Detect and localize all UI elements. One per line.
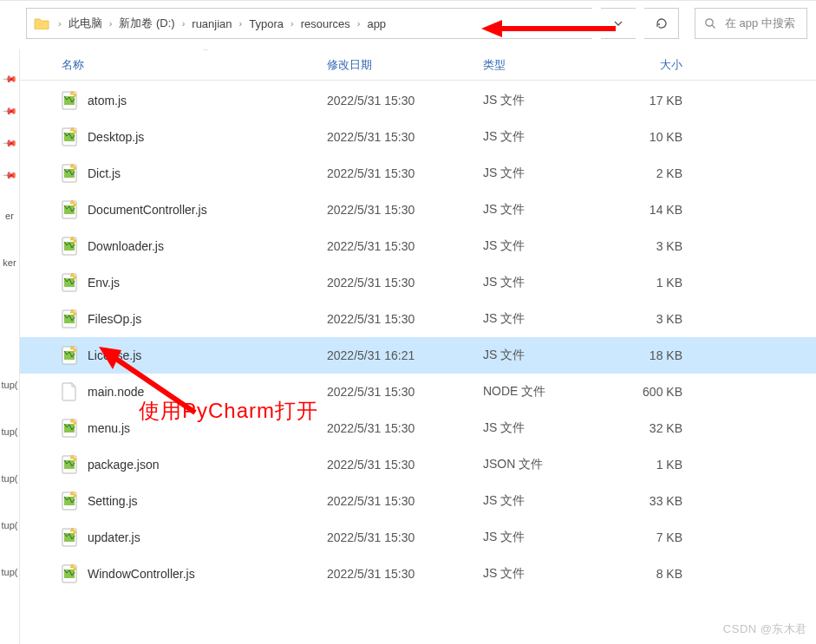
file-date: 2022/5/31 15:30 — [327, 203, 483, 217]
chevron-right-icon: › — [238, 18, 245, 29]
chevron-right-icon: › — [180, 18, 187, 29]
file-type: JS 文件 — [483, 566, 604, 582]
file-date: 2022/5/31 16:21 — [327, 348, 483, 362]
side-label-0[interactable]: er — [5, 211, 14, 221]
column-name[interactable]: 名称 — [62, 57, 327, 73]
file-row[interactable]: atom.js 2022/5/31 15:30 JS 文件 17 KB — [20, 82, 816, 119]
file-type: NODE 文件 — [483, 384, 604, 400]
crumb-2[interactable]: ruanjian — [190, 17, 233, 30]
file-size: 18 KB — [604, 348, 700, 362]
crumb-5[interactable]: app — [365, 17, 388, 30]
crumb-1[interactable]: 新加卷 (D:) — [117, 16, 176, 31]
file-size: 1 KB — [604, 276, 700, 289]
side-label-2[interactable]: tup( — [2, 380, 18, 390]
breadcrumb[interactable]: › 此电脑 › 新加卷 (D:) › ruanjian › Typora › r… — [26, 8, 592, 39]
file-size: 3 KB — [604, 239, 700, 253]
file-date: 2022/5/31 15:30 — [327, 530, 483, 544]
js-file-icon — [62, 127, 77, 146]
file-date: 2022/5/31 15:30 — [327, 421, 483, 435]
file-date: 2022/5/31 15:30 — [327, 458, 483, 472]
file-row[interactable]: DocumentController.js 2022/5/31 15:30 JS… — [20, 192, 816, 228]
file-date: 2022/5/31 15:30 — [327, 385, 483, 399]
file-name: WindowController.js — [88, 567, 195, 581]
side-label-6[interactable]: tup( — [2, 567, 18, 577]
file-name: Setting.js — [88, 494, 138, 508]
file-size: 14 KB — [604, 203, 700, 217]
search-input[interactable]: 在 app 中搜索 — [695, 8, 807, 39]
nav-sidebar: 📌 📌 📌 📌 er ker tup( tup( tup( tup( tup( — [0, 49, 20, 644]
file-name: FilesOp.js — [88, 312, 141, 326]
js-file-icon — [62, 237, 77, 256]
pin-icon: 📌 — [1, 167, 17, 184]
file-size: 10 KB — [604, 130, 700, 144]
file-row[interactable]: main.node 2022/5/31 15:30 NODE 文件 600 KB — [20, 374, 816, 410]
column-headers[interactable]: ⌃ 名称 修改日期 类型 大小 — [20, 49, 816, 81]
file-size: 2 KB — [604, 166, 700, 180]
pin-icon: 📌 — [1, 103, 17, 120]
crumb-4[interactable]: resources — [299, 17, 352, 30]
file-name: DocumentController.js — [88, 203, 207, 217]
file-row[interactable]: menu.js 2022/5/31 15:30 JS 文件 32 KB — [20, 410, 816, 446]
file-row[interactable]: Dict.js 2022/5/31 15:30 JS 文件 2 KB — [20, 155, 816, 192]
search-placeholder: 在 app 中搜索 — [725, 16, 795, 31]
js-file-icon — [62, 273, 77, 292]
file-row[interactable]: License.js 2022/5/31 16:21 JS 文件 18 KB — [20, 337, 816, 374]
file-name: Env.js — [88, 276, 120, 289]
file-row[interactable]: FilesOp.js 2022/5/31 15:30 JS 文件 3 KB — [20, 301, 816, 337]
file-size: 600 KB — [604, 385, 700, 399]
file-type: JS 文件 — [483, 530, 604, 545]
history-dropdown-button[interactable] — [601, 8, 636, 39]
file-date: 2022/5/31 15:30 — [327, 94, 483, 107]
side-label-1[interactable]: ker — [3, 257, 16, 268]
pin-icon: 📌 — [1, 71, 17, 88]
column-type[interactable]: 类型 — [483, 57, 604, 73]
sort-indicator-icon: ⌃ — [202, 49, 209, 55]
file-date: 2022/5/31 15:30 — [327, 494, 483, 508]
file-name: Dict.js — [88, 166, 121, 180]
file-name: Desktop.js — [88, 130, 144, 144]
side-label-4[interactable]: tup( — [2, 473, 18, 484]
file-row[interactable]: Env.js 2022/5/31 15:30 JS 文件 1 KB — [20, 264, 816, 301]
file-list[interactable]: atom.js 2022/5/31 15:30 JS 文件 17 KB Desk… — [20, 81, 816, 644]
file-row[interactable]: updater.js 2022/5/31 15:30 JS 文件 7 KB — [20, 519, 816, 556]
file-date: 2022/5/31 15:30 — [327, 166, 483, 180]
js-file-icon — [62, 564, 77, 583]
column-date[interactable]: 修改日期 — [327, 57, 483, 73]
file-type: JS 文件 — [483, 166, 604, 181]
search-icon — [704, 17, 716, 29]
file-row[interactable]: Setting.js 2022/5/31 15:30 JS 文件 33 KB — [20, 483, 816, 519]
file-name: package.json — [88, 458, 160, 472]
refresh-button[interactable] — [644, 8, 679, 39]
file-row[interactable]: Downloader.js 2022/5/31 15:30 JS 文件 3 KB — [20, 228, 816, 264]
js-file-icon — [62, 419, 77, 438]
file-row[interactable]: Desktop.js 2022/5/31 15:30 JS 文件 10 KB — [20, 119, 816, 155]
chevron-right-icon: › — [289, 18, 296, 29]
js-file-icon — [62, 491, 77, 511]
side-label-3[interactable]: tup( — [2, 426, 18, 437]
side-label-5[interactable]: tup( — [2, 520, 18, 530]
chevron-right-icon: › — [56, 18, 63, 29]
js-file-icon — [62, 164, 77, 183]
file-size: 3 KB — [604, 312, 700, 326]
file-name: main.node — [88, 385, 144, 399]
file-type: JS 文件 — [483, 493, 604, 509]
file-type: JS 文件 — [483, 238, 604, 254]
file-name: Downloader.js — [88, 239, 164, 253]
folder-icon — [34, 17, 49, 29]
crumb-0[interactable]: 此电脑 — [67, 16, 104, 31]
watermark: CSDN @东木君 — [723, 621, 807, 637]
js-file-icon — [62, 200, 77, 219]
file-pane: ⌃ 名称 修改日期 类型 大小 atom.js 2022/5/31 15:30 … — [20, 49, 816, 644]
file-row[interactable]: package.json 2022/5/31 15:30 JSON 文件 1 K… — [20, 446, 816, 483]
file-type: JS 文件 — [483, 275, 604, 290]
file-type: JSON 文件 — [483, 457, 604, 472]
file-row[interactable]: WindowController.js 2022/5/31 15:30 JS 文… — [20, 556, 816, 592]
js-file-icon — [62, 455, 77, 474]
file-size: 8 KB — [604, 567, 700, 581]
file-date: 2022/5/31 15:30 — [327, 130, 483, 144]
file-date: 2022/5/31 15:30 — [327, 567, 483, 581]
file-type: JS 文件 — [483, 93, 604, 108]
crumb-3[interactable]: Typora — [247, 17, 285, 30]
column-size[interactable]: 大小 — [604, 57, 700, 73]
chevron-right-icon: › — [356, 18, 362, 29]
